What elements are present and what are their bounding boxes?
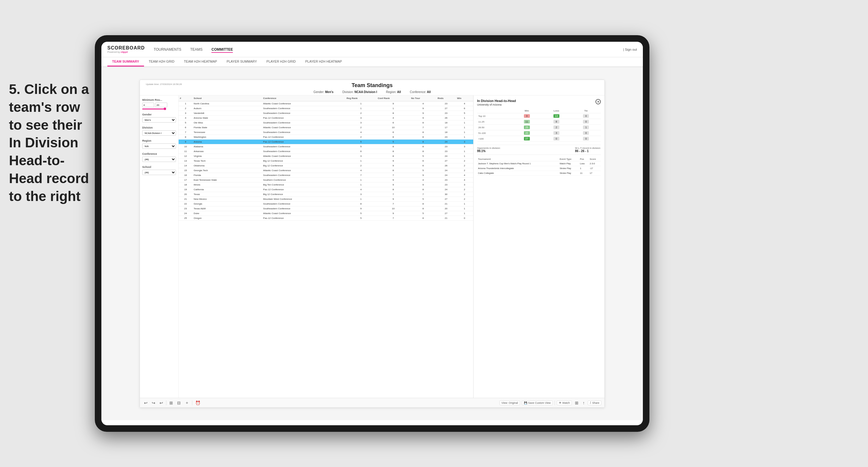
- table-row[interactable]: 14 Oklahoma Big 12 Conference 2 9 6 26 2: [179, 163, 473, 168]
- clock-btn[interactable]: ⏰: [194, 400, 202, 406]
- table-row[interactable]: 20 Texas Big 12 Conference 3 7 7 30 2: [179, 192, 473, 197]
- sub-nav-player-h2h-grid[interactable]: PLAYER H2H GRID: [262, 57, 301, 66]
- th-pos: Pos: [579, 157, 589, 161]
- school-filter-sidebar: School (All): [142, 165, 176, 175]
- reg-rank-cell: 5: [345, 211, 377, 216]
- table-row[interactable]: 10 Alabama Southeastern Conference 5 8 8…: [179, 144, 473, 149]
- table-row[interactable]: 16 Florida Southeastern Conference 7 7 9…: [179, 173, 473, 178]
- reg-rank-cell: 3: [345, 154, 377, 159]
- table-row[interactable]: 1 North Carolina Atlantic Coast Conferen…: [179, 101, 473, 106]
- no-tour-cell: 9: [410, 116, 437, 121]
- table-row[interactable]: 11 Arkansas Southeastern Conference 6 8 …: [179, 149, 473, 154]
- h2h-win-11-25: 11: [512, 119, 541, 125]
- rnds-cell: 27: [436, 159, 456, 163]
- nav-teams[interactable]: TEAMS: [190, 46, 203, 53]
- h2h-close-button[interactable]: ✕: [595, 99, 601, 104]
- tournament-pos: 1: [579, 166, 589, 171]
- rnds-cell: 30: [436, 192, 456, 197]
- table-row[interactable]: 23 Texas A&M Southeastern Conference 9 1…: [179, 206, 473, 211]
- table-row[interactable]: 2 Auburn Southeastern Conference 1 1 9 2…: [179, 106, 473, 111]
- sub-nav-team-h2h-grid[interactable]: TEAM H2H GRID: [144, 57, 179, 66]
- paste-btn[interactable]: ⊟: [176, 400, 182, 406]
- table-row[interactable]: 7 Tennessee Southeastern Conference 4 6 …: [179, 130, 473, 135]
- h2h-win-26-50: 25: [512, 125, 541, 130]
- table-row[interactable]: 22 Georgia Southeastern Conference 8 7 8…: [179, 201, 473, 206]
- reg-rank-cell: 8: [345, 201, 377, 206]
- win-cell: 1: [456, 130, 473, 135]
- tournament-row: Arizona Thunderbirds Intercollegiate Str…: [477, 166, 601, 171]
- redo-btn1[interactable]: ↪: [151, 400, 157, 406]
- tournament-pos: Loss: [579, 161, 589, 166]
- win-cell: 1: [456, 116, 473, 121]
- grid-btn[interactable]: ⊞: [574, 400, 580, 406]
- tournament-tbody: Jackson T. Stephens Cup Men's Match-Play…: [477, 161, 601, 176]
- table-row[interactable]: 4 Arizona State Pac-12 Conference 3 4 9 …: [179, 116, 473, 121]
- table-row[interactable]: 9 Arizona Pac-12 Conference 5 5 8 24 3: [179, 139, 473, 144]
- conf-rank-cell: 4: [377, 116, 410, 121]
- rnds-cell: 24: [436, 168, 456, 173]
- table-row[interactable]: 21 New Mexico Mountain West Conference 1…: [179, 197, 473, 201]
- sub-nav-player-h2h-heatmap[interactable]: PLAYER H2H HEATMAP: [301, 57, 347, 66]
- view-original-btn[interactable]: View: Original: [499, 401, 520, 405]
- undo-btn[interactable]: ↩: [143, 400, 149, 406]
- reg-rank-cell: 2: [345, 111, 377, 116]
- event-type: Stroke Play: [559, 166, 579, 171]
- tablet-screen: SCOREBOARD Powered by clippd TOURNAMENTS…: [101, 42, 643, 425]
- sub-nav-team-summary[interactable]: TEAM SUMMARY: [107, 57, 144, 66]
- conf-rank-cell: 9: [377, 183, 410, 187]
- share-btn[interactable]: ⤴ Share: [588, 401, 601, 405]
- school-cell: East Tennessee State: [193, 178, 262, 183]
- rank-cell: 4: [179, 116, 193, 121]
- table-row[interactable]: 15 Georgia Tech Atlantic Coast Conferenc…: [179, 168, 473, 173]
- rnds-cell: 23: [436, 111, 456, 116]
- h2h-table: Win Loss Tie Top 10 3 13 0: [477, 108, 601, 142]
- table-row[interactable]: 19 California Pac-12 Conference 4 8 8 24…: [179, 187, 473, 192]
- min-rou-input[interactable]: [142, 102, 154, 107]
- table-row[interactable]: 6 Florida State Atlantic Coast Conferenc…: [179, 125, 473, 130]
- table-row[interactable]: 17 East Tennessee State Southern Confere…: [179, 178, 473, 183]
- table-row[interactable]: 5 Ole Miss Southeastern Conference 3 6 8…: [179, 121, 473, 125]
- win-cell: 1: [456, 125, 473, 130]
- conf-cell: Southeastern Conference: [262, 206, 346, 211]
- conf-cell: Atlantic Coast Conference: [262, 168, 346, 173]
- filter-slider[interactable]: [142, 108, 166, 110]
- sign-out[interactable]: | Sign out: [623, 48, 637, 51]
- conf-cell: Atlantic Coast Conference: [262, 154, 346, 159]
- copy-btn[interactable]: ⊞: [168, 400, 174, 406]
- conf-cell: Pac-12 Conference: [262, 116, 346, 121]
- rank-cell: 25: [179, 216, 193, 221]
- no-tour-cell: 8: [410, 187, 437, 192]
- redo-btn2[interactable]: ↩: [158, 400, 164, 406]
- table-row[interactable]: 25 Oregon Pac-12 Conference 5 7 8 21 0: [179, 216, 473, 221]
- table-row[interactable]: 13 Texas Tech Big 12 Conference 1 9 6 27…: [179, 159, 473, 163]
- table-row[interactable]: 3 Vanderbilt Southeastern Conference 2 8…: [179, 111, 473, 116]
- h2h-title: In Division Head-to-Head: [477, 99, 516, 102]
- school-select[interactable]: (All): [142, 170, 176, 175]
- min-rou-filter: Minimum Rou...: [142, 98, 176, 110]
- watch-btn[interactable]: 👁 Watch: [557, 401, 572, 405]
- export-btn[interactable]: ↑: [582, 400, 586, 406]
- table-row[interactable]: 24 Duke Atlantic Coast Conference 5 9 5 …: [179, 211, 473, 216]
- tournament-name: Cabo Collegiate: [477, 171, 559, 176]
- table-row[interactable]: 8 Washington Pac-12 Conference 2 8 8 23 …: [179, 135, 473, 139]
- nav-tournaments[interactable]: TOURNAMENTS: [154, 46, 181, 53]
- nav-committee[interactable]: COMMITTEE: [211, 46, 233, 53]
- add-btn[interactable]: ＋: [184, 400, 190, 406]
- conference-select[interactable]: (All): [142, 157, 176, 162]
- top-nav: SCOREBOARD Powered by clippd TOURNAMENTS…: [101, 42, 643, 57]
- school-cell: Georgia Tech: [193, 168, 262, 173]
- table-row[interactable]: 12 Virginia Atlantic Coast Conference 3 …: [179, 154, 473, 159]
- sub-nav-player-summary[interactable]: PLAYER SUMMARY: [222, 57, 262, 66]
- no-tour-cell: 7: [410, 125, 437, 130]
- conf-cell: Pac-12 Conference: [262, 135, 346, 139]
- max-rou-input[interactable]: [155, 102, 167, 107]
- win-cell: 2: [456, 163, 473, 168]
- rank-cell: 5: [179, 121, 193, 125]
- save-custom-btn[interactable]: 💾 Save Custom View: [522, 401, 553, 405]
- region-select[interactable]: N/A: [142, 144, 176, 149]
- division-select[interactable]: NCAA Division I: [142, 130, 176, 136]
- sub-nav-team-h2h-heatmap[interactable]: TEAM H2H HEATMAP: [179, 57, 222, 66]
- table-row[interactable]: 18 Illinois Big Ten Conference 1 9 9 23 …: [179, 183, 473, 187]
- conf-rank-cell: 7: [377, 216, 410, 221]
- gender-select[interactable]: Men's: [142, 117, 176, 123]
